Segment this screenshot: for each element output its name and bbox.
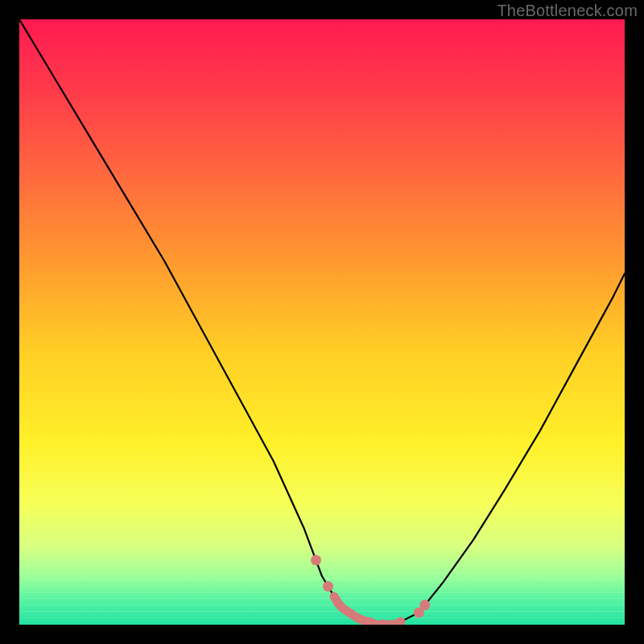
plot-area [19,19,625,625]
trough-markers [311,555,430,625]
svg-point-5 [419,600,430,610]
watermark-text: TheBottleneck.com [497,2,638,20]
chart-frame: TheBottleneck.com [0,0,644,644]
curve-layer [19,19,625,625]
svg-point-0 [311,555,321,565]
svg-point-1 [323,581,333,592]
bottleneck-curve-path [19,19,625,625]
